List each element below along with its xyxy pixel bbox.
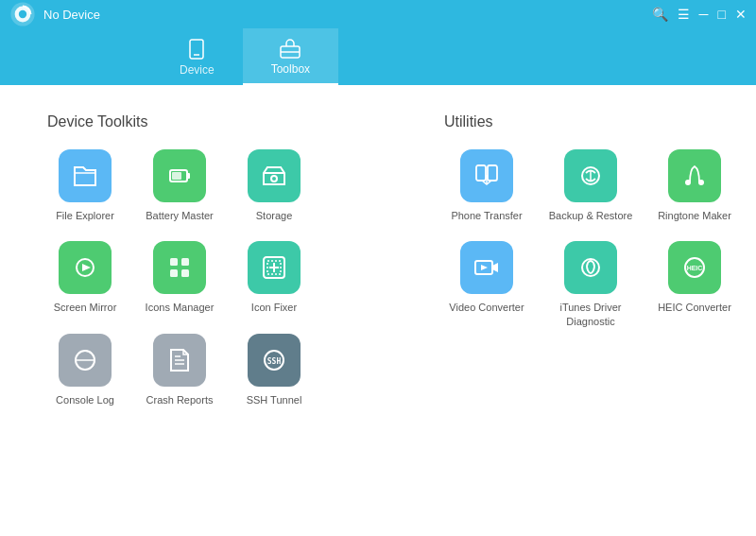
tool-file-explorer[interactable]: File Explorer	[47, 149, 123, 222]
console-log-label: Console Log	[56, 393, 114, 406]
nav-tabs: Device Toolbox	[0, 28, 756, 85]
device-toolkits-grid: File Explorer Battery Master Storage	[47, 149, 312, 406]
screen-mirror-icon	[59, 241, 112, 294]
svg-rect-29	[488, 165, 497, 181]
svg-marker-38	[481, 265, 488, 270]
backup-restore-icon	[564, 149, 617, 202]
screen-mirror-label: Screen Mirror	[54, 301, 117, 314]
heic-converter-icon: HEIC	[668, 241, 721, 294]
video-converter-icon	[460, 241, 513, 294]
device-toolkits-title: Device Toolkits	[47, 113, 312, 130]
file-explorer-label: File Explorer	[56, 209, 114, 222]
device-label: No Device	[43, 8, 652, 22]
phone-transfer-icon	[460, 149, 513, 202]
storage-label: Storage	[256, 209, 293, 222]
phone-transfer-label: Phone Transfer	[451, 209, 522, 222]
tab-toolbox-label: Toolbox	[271, 62, 310, 76]
tool-phone-transfer[interactable]: Phone Transfer	[444, 149, 529, 222]
svg-point-2	[19, 10, 26, 18]
storage-icon	[248, 149, 301, 202]
heic-converter-label: HEIC Converter	[658, 301, 731, 314]
battery-master-icon	[153, 149, 206, 202]
svg-text:SSH: SSH	[267, 357, 282, 366]
menu-icon[interactable]: ☰	[678, 8, 690, 21]
svg-text:HEIC: HEIC	[687, 265, 703, 271]
tool-screen-mirror[interactable]: Screen Mirror	[47, 241, 123, 314]
close-button[interactable]: ✕	[735, 8, 747, 21]
app-logo	[9, 1, 36, 27]
tool-battery-master[interactable]: Battery Master	[142, 149, 217, 222]
icon-fixer-label: Icon Fixer	[251, 301, 297, 314]
icon-fixer-icon	[248, 241, 301, 294]
svg-rect-15	[181, 258, 189, 266]
svg-rect-9	[172, 172, 181, 180]
tab-device-label: Device	[180, 63, 215, 77]
ringtone-maker-label: Ringtone Maker	[658, 209, 731, 222]
utilities-grid: Phone Transfer Backup & Restore Ringtone…	[444, 149, 737, 328]
window-controls: 🔍 ☰ ─ □ ✕	[652, 8, 747, 21]
tool-video-converter[interactable]: Video Converter	[444, 241, 529, 328]
itunes-driver-icon	[564, 241, 617, 294]
tool-ringtone-maker[interactable]: Ringtone Maker	[652, 149, 737, 222]
search-icon[interactable]: 🔍	[652, 8, 668, 21]
utilities-section: Utilities Phone Transfer	[444, 113, 737, 508]
title-bar: No Device 🔍 ☰ ─ □ ✕	[0, 0, 756, 28]
console-log-icon	[59, 334, 112, 387]
file-explorer-icon	[59, 149, 112, 202]
svg-rect-17	[181, 269, 189, 277]
minimize-button[interactable]: ─	[699, 8, 709, 21]
svg-rect-16	[170, 269, 178, 277]
ssh-tunnel-label: SSH Tunnel	[247, 393, 302, 406]
svg-point-11	[271, 176, 277, 182]
ringtone-maker-icon	[668, 149, 721, 202]
svg-marker-13	[82, 264, 91, 271]
crash-reports-icon	[153, 334, 206, 387]
tab-device[interactable]: Device	[151, 28, 243, 85]
backup-restore-label: Backup & Restore	[549, 209, 633, 222]
maximize-button[interactable]: □	[718, 8, 726, 21]
battery-master-label: Battery Master	[146, 209, 214, 222]
icons-manager-icon	[153, 241, 206, 294]
svg-rect-3	[190, 40, 203, 59]
main-content: Device Toolkits File Explorer Battery Ma…	[0, 85, 756, 536]
tool-console-log[interactable]: Console Log	[47, 334, 123, 406]
tool-heic-converter[interactable]: HEIC HEIC Converter	[652, 241, 737, 328]
tab-toolbox[interactable]: Toolbox	[243, 28, 338, 85]
utilities-title: Utilities	[444, 113, 737, 130]
tool-backup-restore[interactable]: Backup & Restore	[548, 149, 633, 222]
tool-icons-manager[interactable]: Icons Manager	[142, 241, 217, 314]
tool-storage[interactable]: Storage	[236, 149, 312, 222]
tool-ssh-tunnel[interactable]: SSH SSH Tunnel	[236, 334, 312, 406]
tool-icon-fixer[interactable]: Icon Fixer	[236, 241, 312, 314]
icons-manager-label: Icons Manager	[146, 301, 215, 314]
ssh-tunnel-icon: SSH	[248, 334, 301, 387]
itunes-driver-label: iTunes Driver Diagnostic	[548, 301, 633, 328]
svg-rect-14	[170, 258, 178, 266]
svg-rect-28	[476, 165, 486, 181]
device-toolkits-section: Device Toolkits File Explorer Battery Ma…	[47, 113, 312, 508]
svg-rect-8	[187, 173, 190, 179]
tool-itunes-driver[interactable]: iTunes Driver Diagnostic	[548, 241, 633, 328]
crash-reports-label: Crash Reports	[146, 393, 214, 406]
tool-crash-reports[interactable]: Crash Reports	[142, 334, 217, 406]
video-converter-label: Video Converter	[449, 301, 524, 314]
